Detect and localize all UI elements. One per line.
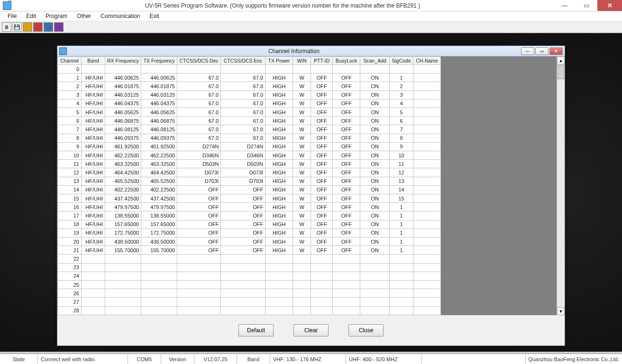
cell-scan[interactable] [360, 298, 390, 306]
cell-rx[interactable]: 479.97500 [105, 203, 141, 211]
col-header[interactable]: PTT-ID [311, 57, 333, 65]
cell-scan[interactable]: ON [360, 125, 390, 134]
cell-pwr[interactable]: HIGH [265, 99, 293, 108]
cell-rx[interactable]: 446.03125 [105, 91, 141, 99]
cell-dec[interactable]: OFF [177, 194, 221, 203]
cell-enc[interactable]: D346N [221, 151, 265, 160]
cell-busy[interactable]: OFF [333, 108, 360, 117]
cell-scan[interactable]: ON [360, 108, 390, 117]
table-row[interactable]: 15HF/UHI437.42500437.42500OFFOFFHIGHWOFF… [58, 194, 441, 203]
cell-ch[interactable]: 19 [58, 228, 82, 237]
cell-ptt[interactable]: OFF [311, 117, 333, 125]
cell-pwr[interactable]: HIGH [265, 177, 293, 185]
toolbar-new-icon[interactable]: 🗎 [2, 22, 11, 32]
cell-pwr[interactable] [265, 289, 293, 298]
cell-ptt[interactable] [311, 263, 333, 272]
cell-rx[interactable]: 437.42500 [105, 194, 141, 203]
cell-enc[interactable]: 67.0 [221, 134, 265, 142]
cell-sig[interactable]: 15 [390, 194, 413, 203]
cell-enc[interactable]: OFF [221, 211, 265, 220]
cell-enc[interactable]: OFF [221, 246, 265, 255]
col-header[interactable]: CTCSS/DCS Enc [221, 57, 265, 65]
cell-rx[interactable]: 155.70000 [105, 246, 141, 255]
cell-band[interactable]: HF/UHI [82, 142, 105, 151]
toolbar-save-icon[interactable]: 💾 [12, 22, 22, 32]
cell-enc[interactable]: OFF [221, 237, 265, 246]
cell-busy[interactable]: OFF [333, 82, 360, 91]
cell-wn[interactable]: W [293, 108, 311, 117]
cell-name[interactable] [413, 134, 441, 142]
cell-ptt[interactable]: OFF [311, 185, 333, 194]
cell-scan[interactable]: ON [360, 99, 390, 108]
cell-busy[interactable]: OFF [333, 117, 360, 125]
cell-pwr[interactable] [265, 272, 293, 280]
cell-scan[interactable]: ON [360, 91, 390, 99]
cell-ptt[interactable]: OFF [311, 246, 333, 255]
cell-ptt[interactable]: OFF [311, 99, 333, 108]
table-row[interactable]: 26 [58, 289, 441, 298]
cell-rx[interactable]: 172.75000 [105, 228, 141, 237]
cell-busy[interactable] [333, 65, 360, 73]
cell-pwr[interactable]: HIGH [265, 134, 293, 142]
cell-enc[interactable]: 67.0 [221, 108, 265, 117]
cell-wn[interactable]: W [293, 134, 311, 142]
cell-sig[interactable] [390, 281, 413, 289]
cell-rx[interactable]: 157.65000 [105, 220, 141, 228]
table-row[interactable]: 12HF/UHI464.42500464.42500D073ID073IHIGH… [58, 168, 441, 177]
cell-name[interactable] [413, 73, 441, 82]
cell-ptt[interactable]: OFF [311, 228, 333, 237]
cell-wn[interactable]: W [293, 194, 311, 203]
cell-enc[interactable]: OFF [221, 185, 265, 194]
cell-band[interactable]: HF/UHI [82, 125, 105, 134]
cell-dec[interactable]: D073I [177, 168, 221, 177]
menu-exit[interactable]: Exit [145, 12, 164, 20]
cell-enc[interactable]: 67.0 [221, 82, 265, 91]
cell-ch[interactable]: 11 [58, 160, 82, 168]
cell-pwr[interactable] [265, 65, 293, 73]
cell-pwr[interactable]: HIGH [265, 194, 293, 203]
table-row[interactable]: 13HF/UHI465.52500465.52500D703ID703IHIGH… [58, 177, 441, 185]
toolbar-open-icon[interactable] [23, 22, 32, 32]
cell-ch[interactable]: 13 [58, 177, 82, 185]
channel-table[interactable]: ChannelBandRX FrequencyTX FrequencyCTCSS… [57, 56, 441, 315]
cell-wn[interactable]: W [293, 142, 311, 151]
cell-ptt[interactable] [311, 306, 333, 315]
cell-ch[interactable]: 15 [58, 194, 82, 203]
cell-dec[interactable]: 67.0 [177, 82, 221, 91]
cell-enc[interactable] [221, 263, 265, 272]
cell-wn[interactable] [293, 298, 311, 306]
toolbar-settings-icon[interactable] [54, 22, 64, 32]
cell-dec[interactable]: 67.0 [177, 125, 221, 134]
cell-enc[interactable]: D274N [221, 142, 265, 151]
cell-scan[interactable] [360, 255, 390, 263]
table-row[interactable]: 24 [58, 272, 441, 280]
cell-scan[interactable]: ON [360, 211, 390, 220]
col-header[interactable]: Channel [58, 57, 82, 65]
col-header[interactable]: CH-Name [413, 57, 441, 65]
cell-pwr[interactable]: HIGH [265, 168, 293, 177]
cell-scan[interactable]: ON [360, 73, 390, 82]
cell-busy[interactable]: OFF [333, 203, 360, 211]
cell-pwr[interactable]: HIGH [265, 82, 293, 91]
cell-ch[interactable]: 5 [58, 108, 82, 117]
cell-rx[interactable]: 446.06875 [105, 117, 141, 125]
cell-wn[interactable] [293, 65, 311, 73]
cell-tx[interactable]: 446.04375 [141, 99, 177, 108]
cell-pwr[interactable]: HIGH [265, 125, 293, 134]
cell-ptt[interactable]: OFF [311, 73, 333, 82]
scroll-up-icon[interactable]: ▲ [557, 56, 565, 64]
cell-name[interactable] [413, 108, 441, 117]
table-row[interactable]: 2HF/UHI446.01875446.0187567.067.0HIGHWOF… [58, 82, 441, 91]
cell-sig[interactable]: 8 [390, 134, 413, 142]
cell-busy[interactable]: OFF [333, 194, 360, 203]
cell-pwr[interactable]: HIGH [265, 151, 293, 160]
cell-wn[interactable] [293, 306, 311, 315]
cell-wn[interactable]: W [293, 203, 311, 211]
cell-pwr[interactable]: HIGH [265, 160, 293, 168]
cell-name[interactable] [413, 211, 441, 220]
cell-busy[interactable]: OFF [333, 91, 360, 99]
cell-rx[interactable]: 465.52500 [105, 177, 141, 185]
cell-sig[interactable]: 1 [390, 220, 413, 228]
cell-sig[interactable]: 2 [390, 82, 413, 91]
vertical-scrollbar[interactable]: ▲ ▼ [557, 56, 565, 315]
